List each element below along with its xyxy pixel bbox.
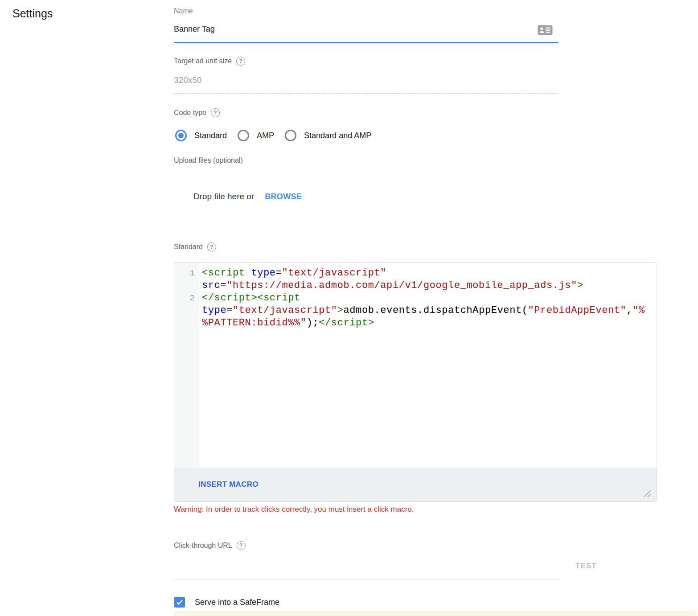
radio-label: Standard and AMP: [304, 131, 371, 140]
code-editor-body: 12 <script type="text/javascript"src="ht…: [174, 263, 657, 468]
line-number: [174, 304, 199, 317]
name-value-row: [174, 25, 558, 36]
help-icon[interactable]: ?: [211, 108, 220, 117]
code-type-section: Code type ? StandardAMPStandard and AMP: [174, 108, 657, 141]
line-number: [174, 279, 199, 292]
radio-unselected-icon: [285, 130, 296, 141]
line-number: 1: [174, 267, 199, 279]
code-editor: 12 <script type="text/javascript"src="ht…: [174, 262, 657, 502]
upload-files-label: Upload files (optional): [174, 156, 657, 165]
code-line: %PATTERN:bidid%%");</script>: [202, 317, 655, 329]
safeframe-row: Serve into a SafeFrame: [174, 596, 657, 608]
resize-handle-icon[interactable]: [644, 490, 651, 497]
standard-code-section: Standard ?: [174, 242, 657, 251]
radio-selected-icon: [175, 130, 187, 141]
radio-label: Standard: [194, 131, 227, 140]
name-input[interactable]: [174, 25, 521, 34]
line-number: 2: [174, 292, 199, 304]
code-line: src="https://media.admob.com/api/v1/goog…: [202, 279, 655, 292]
target-ad-unit-size-label: Target ad unit size: [174, 57, 232, 66]
click-through-url-section: Click-through URL ? TEST: [174, 541, 657, 579]
code-line: type="text/javascript">admob.events.disp…: [202, 304, 655, 317]
safeframe-checkbox[interactable]: [174, 597, 185, 608]
radio-standard[interactable]: Standard: [175, 130, 227, 141]
contact-card-icon: [538, 25, 553, 35]
code-line: </script><script: [202, 292, 655, 304]
click-through-url-row: TEST: [174, 550, 657, 579]
name-field-section: Name: [174, 0, 657, 43]
code-type-radio-group: StandardAMPStandard and AMP: [175, 130, 657, 141]
click-through-url-label: Click-through URL: [174, 541, 232, 550]
line-number: [174, 317, 199, 329]
target-size-underline: [174, 93, 558, 94]
code-line: <script type="text/javascript": [202, 267, 655, 279]
editor-code[interactable]: <script type="text/javascript"src="https…: [199, 263, 657, 468]
help-icon[interactable]: ?: [207, 242, 216, 251]
code-type-label: Code type: [174, 108, 206, 117]
editor-gutter: 12: [174, 263, 199, 468]
help-icon[interactable]: ?: [237, 541, 246, 550]
notice-bar: [174, 611, 697, 616]
help-icon[interactable]: ?: [236, 57, 245, 66]
page-title: Settings: [12, 7, 53, 20]
insert-macro-button[interactable]: INSERT MACRO: [198, 480, 259, 489]
test-button[interactable]: TEST: [575, 562, 596, 571]
radio-unselected-icon: [238, 130, 249, 141]
warning-text: Warning: In order to track clicks correc…: [174, 505, 657, 514]
click-through-url-input[interactable]: [174, 565, 558, 579]
radio-label: AMP: [257, 131, 274, 140]
name-label: Name: [174, 7, 657, 16]
target-size-section: Target ad unit size ? 320x50: [174, 57, 657, 94]
standard-label: Standard: [174, 242, 203, 251]
safeframe-label: Serve into a SafeFrame: [195, 598, 279, 607]
file-drop-zone[interactable]: Drop file here or BROWSE: [193, 192, 657, 201]
radio-standard-and-amp[interactable]: Standard and AMP: [285, 130, 371, 141]
editor-footer: INSERT MACRO: [174, 468, 657, 501]
target-ad-unit-size-value: 320x50: [174, 75, 657, 86]
radio-amp[interactable]: AMP: [238, 130, 274, 141]
drop-file-text: Drop file here or: [193, 192, 254, 201]
name-underline: [174, 42, 558, 43]
settings-form: Name Target ad unit size ? 320x50: [174, 0, 657, 616]
checkmark-icon: [176, 598, 184, 606]
browse-button[interactable]: BROWSE: [265, 192, 302, 201]
